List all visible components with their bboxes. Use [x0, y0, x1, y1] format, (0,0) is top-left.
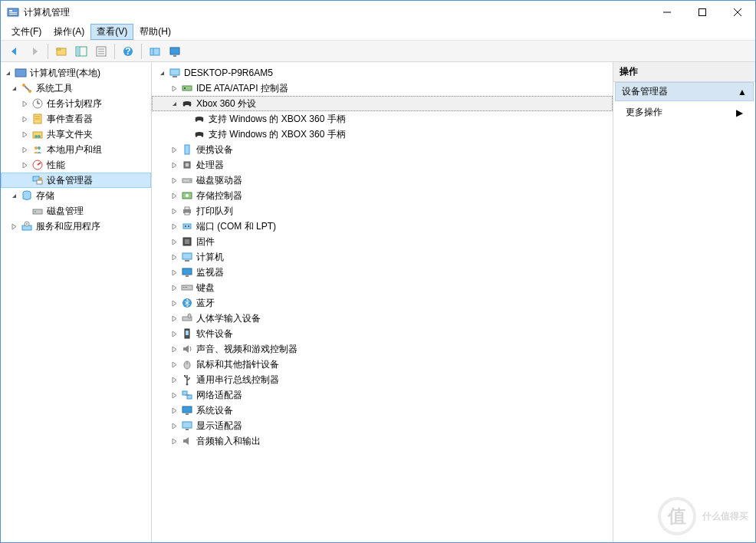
chevron-right-icon[interactable]: [169, 175, 179, 186]
chevron-right-icon[interactable]: [169, 374, 179, 385]
more-actions[interactable]: 更多操作 ▶: [613, 101, 755, 123]
chevron-right-icon[interactable]: [169, 252, 179, 262]
device-system[interactable]: 系统设备: [152, 403, 613, 418]
menu-help[interactable]: 帮助(H): [133, 24, 177, 40]
chevron-down-icon[interactable]: [156, 67, 167, 78]
device-keyboard[interactable]: 键盘: [152, 280, 613, 295]
chevron-right-icon[interactable]: [169, 282, 179, 293]
chevron-right-icon[interactable]: [169, 160, 179, 170]
device-xbox[interactable]: Xbox 360 外设: [152, 96, 613, 111]
device-usb[interactable]: 通用串行总线控制器: [152, 372, 613, 387]
chevron-right-icon[interactable]: [19, 144, 30, 155]
menu-view[interactable]: 查看(V): [90, 24, 133, 40]
close-button[interactable]: [720, 1, 755, 24]
tree-label: 便携设备: [196, 143, 233, 156]
device-xbox-child[interactable]: 支持 Windows 的 XBOX 360 手柄: [152, 127, 613, 142]
main-area: 计算机管理(本地) 系统工具 任务计划程序 事件查看器 共享文件夹: [1, 62, 755, 542]
device-ports[interactable]: 端口 (COM 和 LPT): [152, 219, 613, 234]
chevron-right-icon[interactable]: [8, 221, 19, 232]
show-hide-tree-button[interactable]: [72, 42, 90, 61]
chevron-right-icon[interactable]: [169, 221, 179, 232]
device-processor[interactable]: 处理器: [152, 157, 613, 173]
monitor-button[interactable]: [166, 42, 184, 61]
tree-label: 固件: [196, 235, 215, 248]
chevron-right-icon[interactable]: [169, 144, 179, 155]
tree-task-scheduler[interactable]: 任务计划程序: [1, 96, 151, 111]
device-xbox-child[interactable]: 支持 Windows 的 XBOX 360 手柄: [152, 111, 613, 127]
actions-section[interactable]: 设备管理器 ▲: [615, 82, 754, 101]
chevron-right-icon[interactable]: [169, 83, 179, 94]
tree-shared-folders[interactable]: 共享文件夹: [1, 127, 151, 142]
chevron-right-icon[interactable]: [169, 267, 179, 278]
device-print-queue[interactable]: 打印队列: [152, 203, 613, 219]
chevron-right-icon[interactable]: [169, 313, 179, 324]
chevron-right-icon[interactable]: [169, 344, 179, 354]
device-firmware[interactable]: 固件: [152, 234, 613, 249]
tree-event-viewer[interactable]: 事件查看器: [1, 111, 151, 127]
chevron-right-icon[interactable]: [169, 328, 179, 339]
back-button[interactable]: [5, 42, 24, 61]
chevron-down-icon[interactable]: [169, 98, 179, 109]
device-disk-drive[interactable]: 磁盘驱动器: [152, 173, 613, 188]
chevron-right-icon[interactable]: [19, 114, 30, 124]
svg-rect-51: [184, 87, 186, 89]
chevron-right-icon[interactable]: [169, 190, 179, 201]
chevron-right-icon[interactable]: [169, 436, 179, 446]
chevron-down-icon[interactable]: [8, 190, 19, 201]
forward-button[interactable]: [25, 42, 44, 61]
chevron-right-icon[interactable]: [169, 390, 179, 400]
menu-file[interactable]: 文件(F): [5, 24, 48, 40]
up-button[interactable]: [52, 42, 71, 61]
chevron-right-icon[interactable]: [169, 298, 179, 308]
tree-root-local[interactable]: 计算机管理(本地): [1, 65, 151, 81]
tree-device-manager[interactable]: 设备管理器: [1, 173, 151, 188]
svg-rect-83: [184, 375, 186, 377]
speaker-icon: [181, 343, 193, 355]
help-button[interactable]: ?: [119, 42, 137, 61]
device-mouse[interactable]: 鼠标和其他指针设备: [152, 357, 613, 372]
chevron-right-icon[interactable]: [169, 206, 179, 216]
svg-point-63: [185, 225, 186, 227]
scan-button[interactable]: [146, 42, 164, 61]
device-computer[interactable]: 计算机: [152, 249, 613, 265]
maximize-button[interactable]: [685, 1, 720, 24]
tree-label: 共享文件夹: [47, 128, 93, 141]
minimize-button[interactable]: [649, 1, 685, 24]
chevron-down-icon[interactable]: [2, 67, 13, 78]
chevron-right-icon[interactable]: [169, 420, 179, 431]
device-ide[interactable]: IDE ATA/ATAPI 控制器: [152, 81, 613, 96]
device-network[interactable]: 网络适配器: [152, 387, 613, 403]
chevron-right-icon[interactable]: [169, 236, 179, 247]
tree-services[interactable]: 服务和应用程序: [1, 219, 151, 234]
left-tree-pane[interactable]: 计算机管理(本地) 系统工具 任务计划程序 事件查看器 共享文件夹: [1, 62, 152, 542]
chevron-right-icon[interactable]: [169, 405, 179, 416]
device-sound[interactable]: 声音、视频和游戏控制器: [152, 341, 613, 357]
chevron-right-icon[interactable]: [169, 359, 179, 370]
chevron-right-icon[interactable]: [19, 160, 30, 170]
tree-local-users[interactable]: 本地用户和组: [1, 142, 151, 157]
tree-disk-mgmt[interactable]: 磁盘管理: [1, 203, 151, 219]
device-bluetooth[interactable]: 蓝牙: [152, 295, 613, 311]
tree-system-tools[interactable]: 系统工具: [1, 81, 151, 96]
device-storage-ctrl[interactable]: 存储控制器: [152, 188, 613, 203]
device-display[interactable]: 显示适配器: [152, 418, 613, 433]
menu-action[interactable]: 操作(A): [48, 24, 90, 40]
device-root[interactable]: DESKTOP-P9R6AM5: [152, 65, 613, 81]
gamepad-icon: [181, 97, 193, 110]
svg-rect-3: [9, 14, 17, 15]
chevron-right-icon[interactable]: [19, 129, 30, 140]
device-software[interactable]: 软件设备: [152, 326, 613, 341]
properties-button[interactable]: [92, 42, 110, 61]
device-audio[interactable]: 音频输入和输出: [152, 433, 613, 449]
chevron-right-icon[interactable]: [19, 98, 30, 109]
svg-rect-91: [186, 429, 189, 430]
center-tree-pane[interactable]: DESKTOP-P9R6AM5 IDE ATA/ATAPI 控制器 Xbox 3…: [152, 62, 613, 542]
tree-performance[interactable]: 性能: [1, 157, 151, 173]
chevron-down-icon[interactable]: [8, 83, 19, 94]
software-icon: [181, 327, 193, 340]
device-hid[interactable]: 人体学输入设备: [152, 311, 613, 326]
device-monitor[interactable]: 监视器: [152, 265, 613, 280]
svg-point-47: [26, 223, 28, 225]
tree-storage[interactable]: 存储: [1, 188, 151, 203]
device-portable[interactable]: 便携设备: [152, 142, 613, 157]
